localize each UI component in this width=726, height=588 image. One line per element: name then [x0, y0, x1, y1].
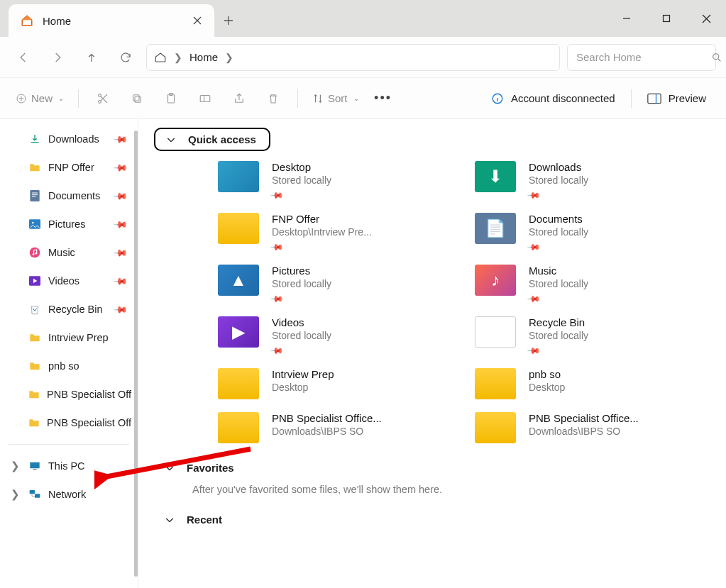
qa-item-music[interactable]: ♪MusicStored locally📌: [475, 265, 710, 304]
account-status[interactable]: Account disconnected: [484, 92, 622, 105]
qa-item-title: Downloads: [529, 161, 588, 173]
chevron-right-icon[interactable]: ❯: [174, 52, 182, 63]
desktop-thumb-icon: [218, 161, 259, 192]
section-favorites[interactable]: Favorites: [154, 462, 710, 474]
sidebar-item-label: Music: [48, 247, 75, 258]
sidebar-tree-this-pc[interactable]: ❯This PC: [0, 452, 138, 480]
copy-button[interactable]: [121, 85, 153, 112]
qa-item-pnb-so[interactable]: pnb soDesktop: [475, 368, 710, 399]
qa-item-title: PNB Specialist Office...: [529, 412, 639, 424]
sidebar-item-pnb-so[interactable]: pnb so: [0, 352, 138, 380]
qa-item-pnb-specialist-office-[interactable]: PNB Specialist Office...Downloads\IBPS S…: [475, 412, 710, 443]
command-bar: New ⌄ Sort ⌄ ••• Account disconnected Pr…: [0, 78, 726, 119]
qa-item-subtitle: Stored locally: [529, 278, 588, 289]
sidebar-item-recycle-bin[interactable]: Recycle Bin📌: [0, 295, 138, 323]
search-box[interactable]: [567, 44, 716, 71]
svg-rect-0: [664, 16, 670, 22]
qa-item-title: Documents: [529, 213, 588, 225]
qa-item-videos[interactable]: ▶VideosStored locally📌: [218, 316, 453, 355]
downloads-thumb-icon: ⬇: [475, 161, 516, 192]
more-button[interactable]: •••: [368, 85, 399, 112]
paste-button[interactable]: [155, 85, 187, 112]
back-button[interactable]: [10, 44, 37, 71]
pin-icon: 📌: [270, 240, 285, 255]
sidebar-item-downloads[interactable]: Downloads📌: [0, 125, 138, 153]
delete-button[interactable]: [258, 85, 289, 112]
qa-item-pnb-specialist-office-[interactable]: PNB Specialist Office...Downloads\IBPS S…: [218, 412, 453, 443]
pin-icon: 📌: [527, 240, 541, 255]
qa-item-title: Videos: [272, 316, 331, 328]
sidebar-item-fnp-offer[interactable]: FNP Offer📌: [0, 153, 138, 182]
pin-icon: 📌: [270, 343, 285, 358]
maximize-button[interactable]: [647, 0, 686, 37]
sidebar-item-pictures[interactable]: Pictures📌: [0, 210, 138, 238]
sidebar-item-label: PNB Specialist Off: [47, 389, 131, 400]
chevron-right-icon[interactable]: ❯: [9, 489, 21, 500]
minimize-button[interactable]: [607, 0, 647, 37]
address-bar[interactable]: ❯ Home ❯: [146, 44, 560, 71]
sidebar-item-label: Downloads: [48, 133, 99, 145]
qa-item-documents[interactable]: 📄DocumentsStored locally📌: [475, 213, 710, 252]
folder-icon: [28, 331, 41, 344]
chevron-right-icon[interactable]: ❯: [9, 460, 21, 472]
sidebar-item-pnb-specialist-off[interactable]: PNB Specialist Off: [0, 409, 138, 437]
qa-item-fnp-offer[interactable]: FNP OfferDesktop\Intrview Pre...📌: [218, 213, 453, 252]
qa-item-pictures[interactable]: ▲PicturesStored locally📌: [218, 265, 453, 304]
sidebar-item-label: Videos: [48, 275, 79, 287]
section-recent[interactable]: Recent: [154, 514, 710, 526]
favorites-empty: After you've favorited some files, we'll…: [192, 484, 710, 495]
new-tab-button[interactable]: [214, 4, 243, 37]
qa-item-downloads[interactable]: ⬇DownloadsStored locally📌: [475, 161, 710, 200]
sidebar-item-documents[interactable]: Documents📌: [0, 182, 138, 210]
breadcrumb-home[interactable]: Home: [189, 51, 218, 63]
divider: [297, 89, 298, 108]
forward-button[interactable]: [44, 44, 71, 71]
qa-item-subtitle: Stored locally: [529, 174, 588, 186]
search-input[interactable]: [576, 51, 711, 63]
divider: [78, 89, 79, 108]
qa-item-title: Desktop: [272, 161, 331, 173]
refresh-button[interactable]: [112, 44, 139, 71]
qa-item-subtitle: Stored locally: [272, 174, 331, 186]
rename-button[interactable]: [189, 85, 221, 112]
close-window-button[interactable]: [686, 0, 726, 37]
folder-thumb-icon: [475, 412, 516, 443]
qa-item-subtitle: Desktop: [529, 382, 565, 393]
cut-button[interactable]: [87, 85, 119, 112]
video-icon: [28, 274, 41, 287]
tab-label: Home: [43, 15, 183, 27]
folder-icon: [28, 360, 41, 372]
qa-item-recycle-bin[interactable]: ♻Recycle BinStored locally📌: [475, 316, 710, 355]
window-controls: [607, 0, 726, 37]
sidebar-item-videos[interactable]: Videos📌: [0, 267, 138, 295]
up-button[interactable]: [78, 44, 105, 71]
pin-icon: 📌: [113, 160, 128, 175]
preview-button[interactable]: Preview: [640, 92, 716, 104]
share-button[interactable]: [224, 85, 255, 112]
downloads-icon: [28, 133, 41, 145]
new-button[interactable]: New ⌄: [10, 85, 70, 112]
tab-home[interactable]: Home: [9, 4, 214, 37]
qa-item-subtitle: Stored locally: [272, 330, 331, 341]
home-icon: [154, 51, 167, 64]
sidebar-item-intrview-prep[interactable]: Intrview Prep: [0, 323, 138, 352]
qa-item-desktop[interactable]: DesktopStored locally📌: [218, 161, 453, 200]
sidebar-tree-network[interactable]: ❯Network: [0, 480, 138, 509]
chevron-right-icon[interactable]: ❯: [225, 52, 233, 63]
sidebar-item-music[interactable]: Music📌: [0, 238, 138, 267]
svg-rect-5: [135, 96, 141, 102]
qa-item-intrview-prep[interactable]: Intrview PrepDesktop: [218, 368, 453, 399]
qa-item-title: Intrview Prep: [272, 368, 334, 380]
chevron-down-icon: [164, 462, 175, 474]
section-quick-access[interactable]: Quick access: [154, 128, 270, 151]
sidebar-item-pnb-specialist-off[interactable]: PNB Specialist Off: [0, 380, 138, 409]
sort-button[interactable]: Sort ⌄: [307, 85, 365, 112]
close-tab-icon[interactable]: [192, 15, 203, 26]
sidebar-item-label: pnb so: [48, 360, 79, 372]
info-icon: [491, 92, 504, 105]
sidebar-item-label: Recycle Bin: [48, 304, 103, 315]
pin-icon: 📌: [113, 273, 128, 289]
sidebar-item-label: Network: [48, 489, 86, 500]
pin-icon: 📌: [527, 292, 541, 306]
qa-item-subtitle: Stored locally: [529, 330, 588, 341]
